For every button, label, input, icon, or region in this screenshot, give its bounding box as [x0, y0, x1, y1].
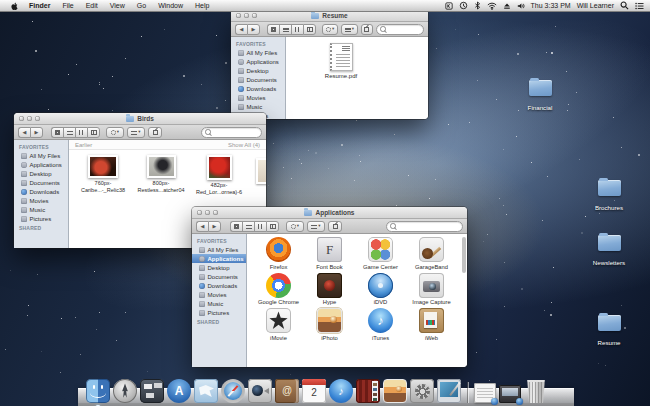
minimize-button[interactable]: [27, 116, 32, 121]
coverflow-view-button[interactable]: [266, 221, 279, 232]
app-google-chrome[interactable]: Google Chrome: [253, 273, 304, 306]
menu-item-edit[interactable]: Edit: [80, 0, 104, 11]
column-view-button[interactable]: [291, 24, 303, 35]
sidebar-item-pictures[interactable]: Pictures: [14, 214, 68, 223]
list-view-button[interactable]: [279, 24, 291, 35]
close-button[interactable]: [236, 13, 241, 18]
input-source-icon[interactable]: [445, 2, 453, 10]
menu-item-window[interactable]: Window: [152, 0, 189, 11]
dock-app-store-icon[interactable]: A: [167, 379, 191, 403]
bluetooth-icon[interactable]: [474, 1, 481, 10]
zoom-button[interactable]: [252, 13, 257, 18]
sidebar-item-movies[interactable]: Movies: [231, 93, 285, 102]
app-hype[interactable]: Hype: [304, 273, 355, 306]
back-button[interactable]: ◀: [235, 24, 247, 35]
share-button[interactable]: [361, 24, 374, 35]
sidebar-item-movies[interactable]: Movies: [192, 290, 246, 299]
wifi-icon[interactable]: [487, 2, 497, 10]
sidebar-item-desktop[interactable]: Desktop: [14, 169, 68, 178]
dock-calendar-icon[interactable]: 2: [302, 379, 326, 403]
sidebar-item-pictures[interactable]: Pictures: [192, 308, 246, 317]
close-button[interactable]: [19, 116, 24, 121]
file-bird-4-partial[interactable]: [256, 158, 266, 184]
menu-item-finder[interactable]: Finder: [23, 0, 56, 11]
dock-mail-icon[interactable]: [194, 379, 218, 403]
notification-center-icon[interactable]: [635, 2, 644, 10]
menu-item-file[interactable]: File: [56, 0, 79, 11]
menu-bar-clock[interactable]: Thu 3:33 PM: [531, 2, 571, 9]
dock-safari-icon[interactable]: [221, 379, 245, 403]
app-itunes[interactable]: ♪iTunes: [355, 308, 406, 341]
column-view-button[interactable]: [75, 127, 87, 138]
apple-icon[interactable]: [6, 1, 23, 11]
share-button[interactable]: [148, 127, 162, 138]
menu-item-go[interactable]: Go: [131, 0, 152, 11]
zoom-button[interactable]: [35, 116, 40, 121]
sidebar-item-applications[interactable]: Applications: [14, 160, 68, 169]
app-firefox[interactable]: Firefox: [253, 237, 304, 270]
app-idvd[interactable]: iDVD: [355, 273, 406, 306]
app-imovie[interactable]: iMovie: [253, 308, 304, 341]
sidebar-item-movies[interactable]: Movies: [14, 196, 68, 205]
app-game-center[interactable]: Game Center: [355, 237, 406, 270]
dock-trash-icon[interactable]: [526, 380, 546, 403]
dock-itunes-icon[interactable]: ♪: [329, 379, 353, 403]
back-button[interactable]: ◀: [18, 127, 30, 138]
icon-view-button[interactable]: [267, 24, 279, 35]
app-iweb[interactable]: iWeb: [406, 308, 457, 341]
menu-item-help[interactable]: Help: [189, 0, 215, 11]
sidebar-item-documents[interactable]: Documents: [14, 178, 68, 187]
close-button[interactable]: [197, 210, 202, 215]
search-field[interactable]: [386, 221, 463, 232]
list-view-button[interactable]: [242, 221, 254, 232]
minimize-button[interactable]: [244, 13, 249, 18]
app-font-book[interactable]: FFont Book: [304, 237, 355, 270]
file-resume-pdf[interactable]: Resume.pdf: [312, 43, 370, 79]
sidebar-item-downloads[interactable]: Downloads: [192, 281, 246, 290]
sidebar-item-applications[interactable]: Applications: [231, 57, 285, 66]
file-bird-1[interactable]: 760px-Caribe...-_Relic38: [79, 155, 127, 196]
title-bar[interactable]: Applications: [192, 207, 467, 219]
app-image-capture[interactable]: Image Capture: [406, 273, 457, 306]
dock-minimized-window-light[interactable]: [474, 383, 496, 403]
arrange-menu-button[interactable]: ▾: [307, 221, 325, 232]
app-garageband[interactable]: GarageBand: [406, 237, 457, 270]
zoom-button[interactable]: [213, 210, 218, 215]
sidebar-item-all-my-files[interactable]: All My Files: [231, 48, 285, 57]
forward-button[interactable]: ▶: [208, 221, 221, 232]
desktop-icon-newsletters[interactable]: Newsletters: [585, 235, 633, 269]
title-bar[interactable]: Birds: [14, 113, 266, 125]
sidebar-item-all-my-files[interactable]: All My Files: [14, 151, 68, 160]
action-menu-button[interactable]: ▾: [106, 127, 124, 138]
sidebar-item-applications-selected[interactable]: Applications: [192, 254, 246, 263]
list-view-button[interactable]: [63, 127, 75, 138]
dock-iphoto-icon[interactable]: [383, 379, 407, 403]
sidebar-item-all-my-files[interactable]: All My Files: [192, 245, 246, 254]
forward-button[interactable]: ▶: [247, 24, 260, 35]
file-bird-2[interactable]: 800px-Restless...atcher04: [137, 155, 185, 196]
action-menu-button[interactable]: ▾: [322, 24, 338, 35]
dock-mission-control-icon[interactable]: [140, 379, 164, 403]
desktop-icon-resume[interactable]: Resume: [585, 315, 633, 349]
app-grid-area[interactable]: Firefox FFont Book Game Center GarageBan…: [247, 234, 467, 367]
dock-minimized-window-dark[interactable]: [499, 385, 521, 403]
sidebar-item-downloads[interactable]: Downloads: [231, 84, 285, 93]
share-button[interactable]: [328, 221, 342, 232]
menu-item-view[interactable]: View: [104, 0, 131, 11]
dock-facetime-icon[interactable]: [248, 379, 272, 403]
desktop-icon-financial[interactable]: Financial: [516, 80, 564, 114]
dock-system-preferences-icon[interactable]: [410, 379, 434, 403]
app-iphoto[interactable]: iPhoto: [304, 308, 355, 341]
dock-pen-display-icon[interactable]: [437, 379, 461, 403]
coverflow-view-button[interactable]: [87, 127, 100, 138]
dock-launchpad-icon[interactable]: [113, 379, 137, 403]
action-menu-button[interactable]: ▾: [286, 221, 304, 232]
dock-photo-booth-icon[interactable]: [356, 379, 380, 403]
sidebar-item-music[interactable]: Music: [14, 205, 68, 214]
column-view-button[interactable]: [254, 221, 266, 232]
file-bird-3[interactable]: 482px-Red_Lor...ornea)-6: [195, 155, 243, 196]
search-field[interactable]: [201, 127, 262, 138]
vertical-scrollbar[interactable]: [462, 237, 466, 273]
sidebar-item-desktop[interactable]: Desktop: [231, 66, 285, 75]
forward-button[interactable]: ▶: [30, 127, 43, 138]
